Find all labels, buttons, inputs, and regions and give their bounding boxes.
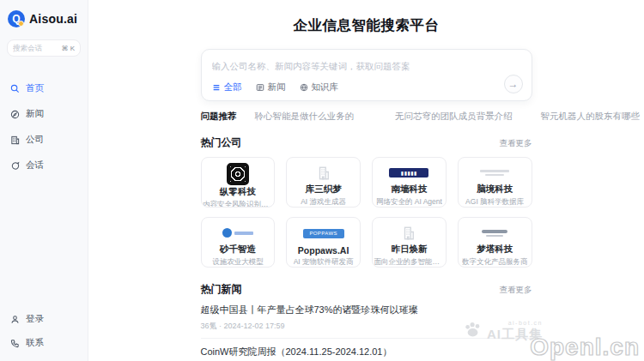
company-card[interactable]: 纵零科技 内容安全风险识别的 AI … bbox=[201, 157, 276, 208]
company-desc: 内容安全风险识别的 AI … bbox=[203, 200, 273, 207]
company-logo bbox=[477, 228, 513, 238]
shortcut-hint: ⌘ K bbox=[61, 45, 75, 52]
sidebar-footer: 登录 联系 bbox=[7, 308, 82, 354]
chat-bubble-icon bbox=[10, 161, 20, 171]
company-card[interactable]: 昨日焕新 面向企业的多智能体技术… bbox=[372, 217, 447, 268]
news-headline: CoinW研究院周报（2024.11.25-2024.12.01） bbox=[201, 346, 532, 358]
tab-label: 新闻 bbox=[268, 81, 286, 93]
company-name: Poppaws.AI bbox=[298, 245, 349, 256]
app-window: Q Aisou.ai ⌘ K 首页 新闻 公司 会话 bbox=[0, 0, 644, 361]
sidebar-item-label: 首页 bbox=[26, 82, 44, 94]
hot-companies-section: 热门公司 查看更多 纵零科技 内容安全风险识别的 AI … 库三织梦 bbox=[201, 135, 532, 268]
company-logo bbox=[477, 168, 513, 178]
arrow-right-icon: → bbox=[508, 78, 519, 90]
company-card[interactable]: 库三织梦 AI 游戏生成器 bbox=[286, 157, 361, 208]
company-name: 脑境科技 bbox=[477, 184, 513, 196]
suggestion-chip[interactable]: 无问芯穹的团队成员背景介绍 bbox=[395, 111, 513, 123]
openl-watermark: Openl.cn bbox=[530, 334, 640, 361]
company-logo bbox=[227, 163, 249, 185]
search-panel: 全部 新闻 知识库 → bbox=[201, 49, 532, 101]
company-logo: POPPAWS bbox=[303, 229, 344, 238]
company-name: 南墙科技 bbox=[391, 184, 427, 196]
company-logo: ▮▮▮▮▮ bbox=[389, 168, 428, 177]
building-icon bbox=[401, 226, 416, 241]
main-content: 企业信息智能搜索平台 全部 新闻 知识库 bbox=[88, 0, 644, 361]
sidebar-item-company[interactable]: 公司 bbox=[7, 129, 81, 151]
suggestion-chip[interactable]: 智元机器人的股东有哪些 bbox=[541, 111, 641, 123]
brand-logo-icon: Q bbox=[8, 10, 25, 27]
sidebar-item-chat[interactable]: 会话 bbox=[7, 154, 81, 177]
building-icon bbox=[10, 135, 20, 145]
suggestions-label: 问题推荐 bbox=[201, 111, 237, 123]
company-name: 纵零科技 bbox=[220, 186, 256, 198]
tab-knowledge[interactable]: 知识库 bbox=[300, 81, 339, 93]
company-card[interactable]: ▮▮▮▮▮ 南墙科技 网络安全的 AI Agent bbox=[372, 157, 447, 208]
company-name: 库三织梦 bbox=[306, 184, 342, 196]
company-desc: AGI 脑科学数据库 bbox=[465, 197, 524, 207]
company-desc: 数字文化产品服务商 bbox=[462, 257, 528, 267]
paw-icon bbox=[464, 322, 483, 339]
company-logo bbox=[222, 228, 253, 238]
sidebar-search-input[interactable] bbox=[13, 44, 56, 52]
company-logo-placeholder bbox=[401, 225, 416, 241]
login-button[interactable]: 登录 bbox=[7, 308, 82, 330]
watermark-site: ai-bot.cn bbox=[508, 320, 543, 326]
companies-view-more-link[interactable]: 查看更多 bbox=[500, 138, 532, 149]
company-card-grid: 纵零科技 内容安全风险识别的 AI … 库三织梦 AI 游戏生成器 ▮▮▮▮▮ … bbox=[201, 157, 532, 268]
compass-icon bbox=[10, 110, 20, 119]
sidebar-item-label: 新闻 bbox=[26, 108, 44, 120]
brand-logo-text: Aisou.ai bbox=[29, 12, 77, 26]
list-icon bbox=[212, 83, 221, 92]
search-scope-tabs: 全部 新闻 知识库 bbox=[212, 81, 339, 93]
sidebar-item-label: 公司 bbox=[26, 134, 44, 146]
company-desc: 网络安全的 AI Agent bbox=[376, 197, 442, 207]
search-submit-button[interactable]: → bbox=[504, 75, 523, 93]
news-row[interactable]: CoinW研究院周报（2024.11.25-2024.12.01） Odaily… bbox=[201, 339, 532, 361]
brand-logo[interactable]: Q Aisou.ai bbox=[8, 10, 81, 27]
company-desc: AI 游戏生成器 bbox=[301, 197, 346, 207]
login-label: 登录 bbox=[26, 313, 44, 325]
building-icon bbox=[316, 165, 331, 181]
company-card[interactable]: 脑境科技 AGI 脑科学数据库 bbox=[458, 157, 532, 208]
page-title: 企业信息智能搜索平台 bbox=[201, 16, 532, 35]
hot-companies-title: 热门公司 bbox=[201, 135, 242, 150]
globe-icon bbox=[300, 83, 308, 92]
sidebar-item-label: 会话 bbox=[26, 159, 44, 171]
company-card[interactable]: POPPAWS Poppaws.AI AI 宠物软件研发商 bbox=[286, 217, 361, 268]
tab-news[interactable]: 新闻 bbox=[256, 81, 286, 93]
company-name: 昨日焕新 bbox=[391, 244, 427, 256]
company-logo-placeholder bbox=[316, 165, 331, 181]
company-desc: AI 宠物软件研发商 bbox=[294, 257, 354, 267]
sidebar: Q Aisou.ai ⌘ K 首页 新闻 公司 会话 bbox=[0, 0, 88, 361]
tab-all[interactable]: 全部 bbox=[212, 81, 242, 93]
search-icon bbox=[10, 84, 20, 93]
sidebar-item-home[interactable]: 首页 bbox=[7, 77, 81, 99]
company-name: 梦塔科技 bbox=[477, 244, 513, 256]
tab-label: 知识库 bbox=[312, 81, 339, 93]
hot-news-title: 热门新闻 bbox=[201, 282, 242, 297]
newspaper-icon bbox=[256, 83, 264, 92]
sidebar-nav: 首页 新闻 公司 会话 bbox=[7, 77, 81, 177]
company-desc: 面向企业的多智能体技术… bbox=[374, 257, 444, 267]
company-card[interactable]: 砂千智造 设施农业大模型 bbox=[201, 217, 276, 268]
phone-icon bbox=[10, 339, 20, 348]
main-search-input[interactable] bbox=[212, 61, 509, 71]
sidebar-search[interactable]: ⌘ K bbox=[7, 39, 81, 57]
contact-button[interactable]: 联系 bbox=[7, 332, 82, 354]
question-suggestions: 问题推荐 聆心智能是做什么业务的 无问芯穹的团队成员背景介绍 智元机器人的股东有… bbox=[201, 111, 532, 123]
tab-label: 全部 bbox=[224, 81, 242, 93]
contact-label: 联系 bbox=[26, 337, 44, 349]
company-name: 砂千智造 bbox=[220, 244, 256, 256]
news-headline: 超级中国县丨年产量占全球73%的诸暨珍珠何以璀璨 bbox=[201, 304, 532, 316]
suggestion-chip[interactable]: 聆心智能是做什么业务的 bbox=[255, 111, 355, 123]
news-view-more-link[interactable]: 查看更多 bbox=[500, 285, 532, 296]
company-card[interactable]: 梦塔科技 数字文化产品服务商 bbox=[458, 217, 532, 268]
user-icon bbox=[10, 315, 20, 324]
company-desc: 设施农业大模型 bbox=[212, 257, 264, 267]
sidebar-item-news[interactable]: 新闻 bbox=[7, 103, 81, 125]
